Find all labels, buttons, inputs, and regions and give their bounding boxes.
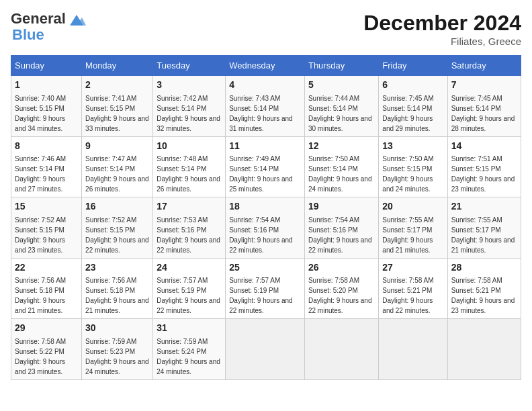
sunset: Sunset: 5:14 PM: [308, 165, 358, 173]
day-number: 1: [15, 79, 78, 92]
calendar-cell: 29Sunrise: 7:58 AMSunset: 5:22 PMDayligh…: [11, 319, 82, 380]
day-number: 3: [157, 79, 222, 92]
sunrise: Sunrise: 7:58 AM: [382, 277, 433, 284]
calendar-cell: [379, 319, 447, 380]
daylight: Daylight: 9 hours and 21 minutes.: [382, 236, 433, 254]
daylight: Daylight: 9 hours and 26 minutes.: [157, 175, 220, 193]
sunset: Sunset: 5:24 PM: [157, 348, 206, 355]
day-number: 5: [308, 79, 375, 92]
sunset: Sunset: 5:14 PM: [229, 105, 279, 112]
calendar-cell: 30Sunrise: 7:59 AMSunset: 5:23 PMDayligh…: [82, 319, 153, 380]
sunrise: Sunrise: 7:54 AM: [229, 216, 280, 224]
sunrise: Sunrise: 7:41 AM: [85, 95, 136, 102]
sunset: Sunset: 5:19 PM: [229, 287, 279, 294]
sunset: Sunset: 5:14 PM: [229, 165, 279, 173]
logo: General Blue: [11, 11, 86, 43]
sunset: Sunset: 5:17 PM: [382, 226, 432, 234]
day-number: 8: [15, 140, 78, 153]
day-number: 20: [382, 200, 443, 214]
sunrise: Sunrise: 7:52 AM: [15, 216, 66, 224]
calendar-cell: 19Sunrise: 7:54 AMSunset: 5:16 PMDayligh…: [304, 197, 378, 259]
week-row-4: 22Sunrise: 7:56 AMSunset: 5:18 PMDayligh…: [11, 258, 521, 319]
day-number: 16: [85, 200, 149, 214]
daylight: Daylight: 9 hours and 22 minutes.: [308, 297, 372, 314]
calendar-cell: 21Sunrise: 7:55 AMSunset: 5:17 PMDayligh…: [447, 197, 521, 259]
day-number: 15: [15, 200, 78, 214]
daylight: Daylight: 9 hours and 23 minutes.: [451, 297, 515, 314]
sunset: Sunset: 5:23 PM: [85, 348, 135, 355]
day-number: 25: [229, 261, 301, 275]
calendar-cell: [447, 319, 521, 380]
day-number: 31: [157, 322, 222, 335]
daylight: Daylight: 9 hours and 27 minutes.: [15, 175, 65, 193]
sunset: Sunset: 5:14 PM: [451, 105, 501, 112]
day-number: 7: [451, 79, 517, 92]
daylight: Daylight: 9 hours and 26 minutes.: [85, 175, 149, 193]
day-number: 26: [308, 261, 375, 275]
day-number: 10: [157, 140, 222, 153]
logo-text: General: [11, 11, 86, 27]
calendar-cell: 25Sunrise: 7:57 AMSunset: 5:19 PMDayligh…: [226, 258, 305, 319]
sunrise: Sunrise: 7:58 AM: [451, 277, 502, 284]
sunrise: Sunrise: 7:50 AM: [382, 155, 433, 163]
sunrise: Sunrise: 7:49 AM: [229, 155, 280, 163]
subtitle: Filiates, Greece: [363, 36, 521, 47]
sunrise: Sunrise: 7:42 AM: [157, 95, 208, 102]
calendar-cell: 18Sunrise: 7:54 AMSunset: 5:16 PMDayligh…: [226, 197, 305, 259]
sunrise: Sunrise: 7:45 AM: [382, 95, 433, 102]
weekday-header-saturday: Saturday: [447, 56, 521, 76]
sunrise: Sunrise: 7:56 AM: [85, 277, 136, 284]
calendar-cell: 8Sunrise: 7:46 AMSunset: 5:14 PMDaylight…: [11, 136, 82, 197]
sunrise: Sunrise: 7:50 AM: [308, 155, 359, 163]
sunrise: Sunrise: 7:48 AM: [157, 155, 208, 163]
daylight: Daylight: 9 hours and 24 minutes.: [308, 175, 372, 193]
calendar-cell: 13Sunrise: 7:50 AMSunset: 5:15 PMDayligh…: [379, 136, 447, 197]
daylight: Daylight: 9 hours and 33 minutes.: [85, 115, 149, 132]
calendar-cell: 5Sunrise: 7:44 AMSunset: 5:14 PMDaylight…: [304, 76, 378, 137]
sunset: Sunset: 5:21 PM: [382, 287, 432, 294]
day-number: 12: [308, 140, 375, 153]
calendar-cell: 24Sunrise: 7:57 AMSunset: 5:19 PMDayligh…: [153, 258, 226, 319]
sunrise: Sunrise: 7:47 AM: [85, 155, 136, 163]
calendar-cell: 31Sunrise: 7:59 AMSunset: 5:24 PMDayligh…: [153, 319, 226, 380]
calendar-cell: 6Sunrise: 7:45 AMSunset: 5:14 PMDaylight…: [379, 76, 447, 137]
day-number: 11: [229, 140, 301, 153]
daylight: Daylight: 9 hours and 28 minutes.: [451, 115, 515, 132]
daylight: Daylight: 9 hours and 22 minutes.: [157, 297, 220, 314]
calendar-cell: 27Sunrise: 7:58 AMSunset: 5:21 PMDayligh…: [379, 258, 447, 319]
calendar-cell: 15Sunrise: 7:52 AMSunset: 5:15 PMDayligh…: [11, 197, 82, 259]
calendar-cell: 7Sunrise: 7:45 AMSunset: 5:14 PMDaylight…: [447, 76, 521, 137]
calendar-cell: 16Sunrise: 7:52 AMSunset: 5:15 PMDayligh…: [82, 197, 153, 259]
sunrise: Sunrise: 7:59 AM: [157, 338, 208, 345]
sunrise: Sunrise: 7:53 AM: [157, 216, 208, 224]
calendar-cell: 2Sunrise: 7:41 AMSunset: 5:15 PMDaylight…: [82, 76, 153, 137]
sunrise: Sunrise: 7:55 AM: [451, 216, 502, 224]
daylight: Daylight: 9 hours and 34 minutes.: [15, 115, 65, 132]
calendar-cell: 1Sunrise: 7:40 AMSunset: 5:15 PMDaylight…: [11, 76, 82, 137]
sunrise: Sunrise: 7:51 AM: [451, 155, 502, 163]
sunset: Sunset: 5:14 PM: [382, 105, 432, 112]
calendar-cell: [226, 319, 305, 380]
logo-blue: Blue: [12, 27, 86, 43]
sunrise: Sunrise: 7:54 AM: [308, 216, 359, 224]
sunset: Sunset: 5:15 PM: [85, 226, 135, 234]
daylight: Daylight: 9 hours and 22 minutes.: [229, 297, 293, 314]
sunrise: Sunrise: 7:55 AM: [382, 216, 433, 224]
weekday-header-monday: Monday: [82, 56, 153, 76]
week-row-5: 29Sunrise: 7:58 AMSunset: 5:22 PMDayligh…: [11, 319, 521, 380]
calendar-cell: 12Sunrise: 7:50 AMSunset: 5:14 PMDayligh…: [304, 136, 378, 197]
daylight: Daylight: 9 hours and 22 minutes.: [308, 236, 372, 254]
sunset: Sunset: 5:22 PM: [15, 348, 64, 355]
sunrise: Sunrise: 7:57 AM: [229, 277, 280, 284]
sunset: Sunset: 5:14 PM: [157, 165, 206, 173]
daylight: Daylight: 9 hours and 30 minutes.: [308, 115, 372, 132]
weekday-header-wednesday: Wednesday: [226, 56, 305, 76]
sunset: Sunset: 5:14 PM: [15, 165, 64, 173]
logo-icon: [67, 12, 86, 27]
sunrise: Sunrise: 7:56 AM: [15, 277, 66, 284]
day-number: 28: [451, 261, 517, 275]
day-number: 27: [382, 261, 443, 275]
calendar-cell: 26Sunrise: 7:58 AMSunset: 5:20 PMDayligh…: [304, 258, 378, 319]
calendar-cell: 17Sunrise: 7:53 AMSunset: 5:16 PMDayligh…: [153, 197, 226, 259]
calendar-cell: 9Sunrise: 7:47 AMSunset: 5:14 PMDaylight…: [82, 136, 153, 197]
